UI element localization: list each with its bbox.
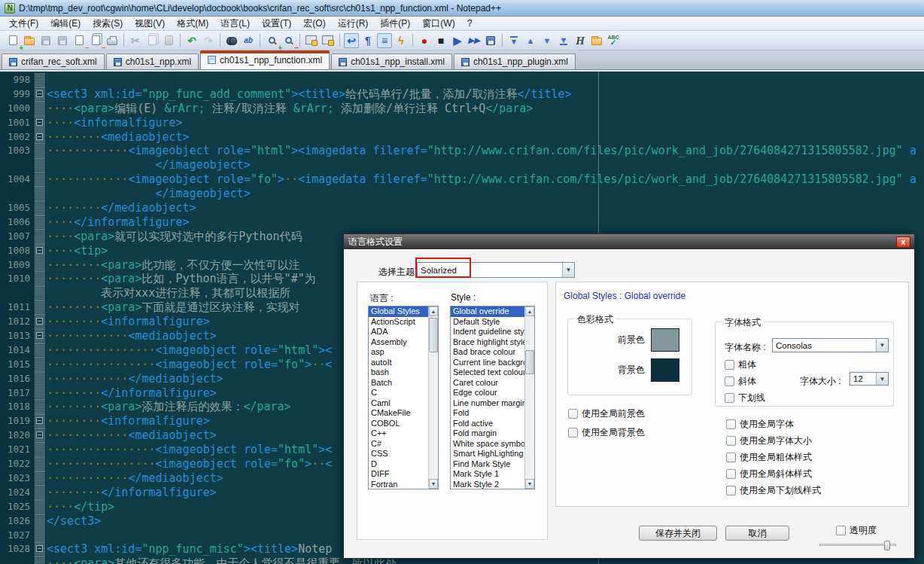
fold-margin[interactable] — [35, 258, 45, 273]
tab-ch01s1_npp_install.xml[interactable]: ch01s1_npp_install.xml — [331, 53, 452, 69]
font-size-combobox[interactable]: 12 ▼ — [850, 372, 889, 386]
chevron-down-icon[interactable]: ▼ — [876, 373, 888, 385]
font-name-combobox[interactable]: Consolas ▼ — [772, 338, 889, 352]
menu-item-5[interactable]: 语言(L) — [214, 16, 256, 32]
language-scrollbar[interactable]: ▲ ▼ — [428, 306, 438, 489]
global-colour-checkbox-1[interactable] — [568, 428, 578, 437]
fold-margin[interactable] — [35, 230, 45, 244]
font-style-checkbox-2[interactable] — [725, 393, 734, 403]
new-file-icon[interactable]: + — [5, 33, 20, 48]
fold-margin[interactable]: − — [35, 116, 45, 130]
fold-margin[interactable] — [35, 73, 45, 87]
close-file-icon[interactable]: − — [71, 33, 87, 48]
style-item-Brace highlight style[interactable]: Brace highlight style — [451, 337, 524, 348]
sync-horizontal-scroll-icon[interactable] — [321, 33, 336, 48]
fold-margin[interactable]: − — [35, 87, 45, 102]
macro-save-icon[interactable] — [483, 33, 498, 48]
fold-margin[interactable] — [35, 343, 45, 358]
style-item-Fold margin[interactable]: Fold margin — [451, 428, 524, 439]
fold-margin[interactable] — [35, 443, 45, 457]
style-item-Selected text colour[interactable]: Selected text colour — [451, 367, 524, 378]
menu-item-2[interactable]: 搜索(S) — [87, 16, 129, 32]
tab-ch01s1_npp.xml[interactable]: ch01s1_npp.xml — [106, 53, 199, 69]
menu-item-3[interactable]: 视图(V) — [129, 16, 171, 32]
find-icon[interactable] — [224, 33, 239, 48]
chevron-down-icon[interactable]: ▼ — [562, 263, 574, 277]
dialog-title-bar[interactable]: 语言格式设置 — [344, 234, 914, 249]
fold-margin[interactable] — [35, 300, 45, 315]
style-item-Smart HighLighting[interactable]: Smart HighLighting — [451, 449, 524, 459]
fold-margin[interactable] — [35, 457, 45, 471]
language-item-Global Styles[interactable]: Global Styles — [369, 306, 428, 317]
fold-margin[interactable] — [35, 272, 45, 286]
fold-marker[interactable]: − — [36, 247, 43, 254]
fold-marker[interactable]: − — [36, 431, 43, 438]
transparency-checkbox[interactable] — [836, 526, 846, 535]
scroll-up-icon[interactable]: ▲ — [429, 306, 438, 316]
open-folder-icon[interactable] — [22, 33, 37, 48]
fold-margin[interactable] — [35, 486, 45, 500]
global-colour-checkbox-0[interactable] — [568, 409, 578, 419]
style-item-Edge colour[interactable]: Edge colour — [451, 388, 524, 398]
language-item-C++[interactable]: C++ — [369, 428, 428, 439]
language-item-Fortran[interactable]: Fortran — [369, 480, 428, 490]
theme-combobox[interactable]: Solarized ▼ — [417, 262, 575, 278]
fold-margin[interactable] — [35, 187, 45, 201]
scrollbar-thumb[interactable] — [525, 350, 534, 374]
menu-item-11[interactable]: ? — [461, 17, 479, 30]
language-item-COBOL[interactable]: COBOL — [369, 419, 428, 429]
spell-check-icon[interactable]: ABC✓ — [606, 33, 621, 48]
fold-margin[interactable]: − — [35, 329, 45, 343]
fold-margin[interactable] — [35, 358, 45, 372]
language-listbox[interactable]: Global StylesActionScriptADAAssemblyaspa… — [368, 306, 439, 489]
font-style-checkbox-1[interactable] — [725, 377, 734, 386]
cancel-button[interactable]: 取消 — [725, 526, 789, 541]
close-all-icon[interactable]: − — [88, 33, 103, 48]
scrollbar-thumb[interactable] — [429, 318, 438, 352]
fold-margin[interactable] — [35, 102, 45, 116]
paste-icon[interactable] — [161, 33, 176, 48]
language-item-Caml[interactable]: Caml — [369, 398, 428, 409]
nav-prev-icon[interactable]: ▲ — [523, 33, 538, 48]
global-font-checkbox-2[interactable] — [726, 453, 736, 462]
fold-marker[interactable]: − — [36, 417, 43, 424]
replace-icon[interactable]: ab — [241, 33, 256, 48]
zoom-out-icon[interactable]: − — [281, 33, 296, 48]
language-item-C#[interactable]: C# — [369, 439, 428, 450]
global-font-checkbox-3[interactable] — [726, 469, 736, 479]
fold-margin[interactable] — [35, 215, 45, 230]
redo-icon[interactable]: ↷ — [201, 33, 216, 48]
undo-icon[interactable]: ↶ — [184, 33, 199, 48]
fold-margin[interactable]: − — [35, 414, 45, 428]
fold-margin[interactable] — [35, 172, 45, 187]
language-item-DIFF[interactable]: DIFF — [369, 469, 428, 480]
fold-margin[interactable]: − — [35, 244, 45, 258]
fold-margin[interactable] — [35, 201, 45, 215]
menu-item-6[interactable]: 设置(T) — [256, 16, 297, 32]
scroll-down-icon[interactable]: ▼ — [525, 479, 534, 489]
language-item-Batch[interactable]: Batch — [369, 378, 428, 389]
style-item-Line number margin[interactable]: Line number margin — [451, 398, 524, 409]
fold-marker[interactable]: − — [36, 332, 43, 339]
style-item-Fold[interactable]: Fold — [451, 408, 524, 419]
fold-margin[interactable] — [35, 514, 45, 529]
tab-ch01s1_npp_plugin.xml[interactable]: ch01s1_npp_plugin.xml — [454, 53, 576, 69]
menu-item-10[interactable]: 窗口(W) — [416, 16, 460, 32]
fold-margin[interactable] — [35, 386, 45, 401]
style-item-Mark Style 2[interactable]: Mark Style 2 — [451, 480, 524, 490]
language-item-Assembly[interactable]: Assembly — [369, 337, 428, 348]
fold-marker[interactable]: − — [36, 119, 43, 126]
global-font-checkbox-4[interactable] — [726, 486, 736, 495]
fold-margin[interactable] — [35, 556, 45, 564]
style-item-Global override[interactable]: Global override — [451, 306, 524, 317]
macro-stop-icon[interactable]: ■ — [433, 33, 448, 48]
foreground-colour-swatch[interactable] — [651, 328, 679, 352]
font-style-checkbox-0[interactable] — [725, 360, 734, 370]
fold-margin[interactable] — [35, 529, 45, 543]
global-font-checkbox-0[interactable] — [726, 419, 736, 429]
indent-guide-icon[interactable]: ≡ — [377, 33, 392, 48]
menu-item-0[interactable]: 文件(F) — [3, 16, 44, 32]
style-item-Current line background colour[interactable]: Current line background colour — [451, 358, 524, 368]
fold-marker[interactable]: − — [36, 318, 43, 325]
tab-crifan_rec_soft.xml[interactable]: crifan_rec_soft.xml — [2, 53, 105, 69]
